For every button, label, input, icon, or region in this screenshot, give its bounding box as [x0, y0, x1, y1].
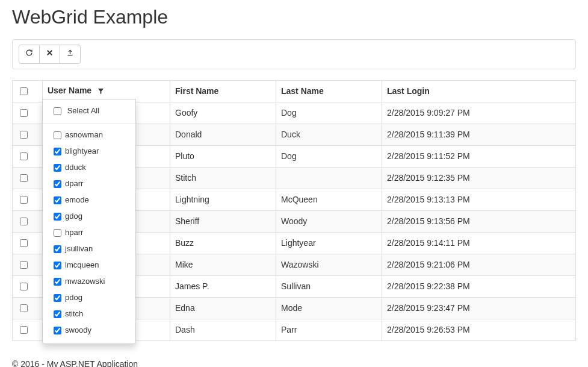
cell-lastname: [276, 167, 382, 189]
cell-lastname: Wazowski: [276, 254, 382, 275]
cell-lastname: Lightyear: [276, 232, 382, 254]
cell-lastname: Mode: [276, 297, 382, 319]
filter-option-label: lmcqueen: [65, 260, 99, 269]
cell-lastlogin: 2/28/2015 9:14:11 PM: [382, 232, 576, 254]
cell-firstname: Buzz: [170, 232, 276, 254]
row-checkbox[interactable]: [20, 196, 28, 204]
cell-firstname: Dash: [170, 319, 276, 340]
filter-option[interactable]: asnowman: [51, 130, 127, 141]
cell-firstname: Pluto: [170, 145, 276, 167]
filter-option-label: asnowman: [65, 130, 103, 139]
username-filter-dropdown: Select All asnowmanblightyeardduckdparre…: [42, 99, 136, 344]
clear-filters-button[interactable]: [39, 45, 60, 64]
row-checkbox[interactable]: [20, 218, 28, 225]
filter-option-label: jsullivan: [65, 243, 93, 253]
row-checkbox[interactable]: [20, 239, 28, 247]
select-all-rows-checkbox[interactable]: [20, 87, 28, 95]
cell-lastlogin: 2/28/2015 9:12:35 PM: [382, 167, 576, 189]
header-username[interactable]: User Name Select All asnowmanblightyeard…: [43, 80, 170, 102]
cell-lastlogin: 2/28/2015 9:11:52 PM: [382, 145, 576, 167]
filter-option[interactable]: stitch: [51, 309, 127, 320]
filter-option[interactable]: pdog: [51, 292, 127, 304]
filter-option-checkbox[interactable]: [54, 164, 61, 172]
filter-option-checkbox[interactable]: [54, 294, 61, 302]
header-lastname-label: Last Name: [281, 86, 324, 96]
filter-option-label: stitch: [65, 309, 83, 318]
row-checkbox[interactable]: [20, 283, 28, 290]
cell-lastlogin: 2/28/2015 9:13:56 PM: [382, 210, 576, 232]
cell-lastlogin: 2/28/2015 9:13:13 PM: [382, 189, 576, 210]
filter-option[interactable]: dparr: [51, 178, 127, 190]
filter-option-checkbox[interactable]: [54, 180, 61, 188]
row-checkbox[interactable]: [20, 326, 28, 334]
filter-option[interactable]: mwazowski: [51, 276, 127, 287]
close-icon: [46, 48, 54, 60]
cell-lastlogin: 2/28/2015 9:11:39 PM: [382, 124, 576, 145]
filter-option[interactable]: gdog: [51, 211, 127, 222]
refresh-icon: [25, 48, 33, 60]
header-lastlogin[interactable]: Last Login: [382, 80, 576, 102]
cell-firstname: Stitch: [170, 167, 276, 189]
filter-option-checkbox[interactable]: [54, 196, 61, 204]
filter-option[interactable]: blightyear: [51, 146, 127, 157]
cell-lastname: Sullivan: [276, 275, 382, 297]
row-checkbox[interactable]: [20, 261, 28, 269]
cell-lastname: Dog: [276, 145, 382, 167]
cell-lastlogin: 2/28/2015 9:22:38 PM: [382, 275, 576, 297]
filter-select-all-label: Select All: [67, 105, 99, 114]
cell-firstname: Mike: [170, 254, 276, 275]
filter-option[interactable]: emode: [51, 195, 127, 206]
cell-firstname: Edna: [170, 297, 276, 319]
filter-option-label: emode: [65, 195, 89, 204]
cell-lastname: Woody: [276, 210, 382, 232]
filter-option[interactable]: swoody: [51, 325, 127, 336]
export-icon: [66, 48, 74, 60]
cell-lastname: Parr: [276, 319, 382, 340]
filter-option-checkbox[interactable]: [54, 229, 61, 237]
filter-option-checkbox[interactable]: [54, 131, 61, 139]
header-username-label: User Name: [48, 86, 91, 95]
filter-option[interactable]: jsullivan: [51, 243, 127, 255]
row-checkbox[interactable]: [20, 131, 28, 139]
filter-option[interactable]: lmcqueen: [51, 260, 127, 271]
refresh-button[interactable]: [19, 45, 40, 64]
data-grid: User Name Select All asnowmanblightyeard…: [12, 80, 576, 341]
filter-select-all[interactable]: Select All: [51, 105, 127, 117]
filter-option-checkbox[interactable]: [54, 262, 61, 269]
filter-option-label: hparr: [65, 227, 83, 236]
filter-icon[interactable]: [97, 87, 104, 96]
filter-option-label: dparr: [65, 178, 83, 187]
cell-firstname: Goofy: [170, 102, 276, 124]
filter-option[interactable]: hparr: [51, 227, 127, 239]
filter-option-checkbox[interactable]: [54, 148, 61, 155]
row-checkbox[interactable]: [20, 152, 28, 160]
filter-option-label: gdog: [65, 211, 82, 220]
cell-lastname: McQueen: [276, 189, 382, 210]
filter-option-checkbox[interactable]: [54, 213, 61, 221]
cell-lastlogin: 2/28/2015 9:26:53 PM: [382, 319, 576, 340]
cell-firstname: Lightning: [170, 189, 276, 210]
row-checkbox[interactable]: [20, 109, 28, 117]
cell-lastlogin: 2/28/2015 9:21:06 PM: [382, 254, 576, 275]
header-firstname[interactable]: First Name: [170, 80, 276, 102]
cell-lastlogin: 2/28/2015 9:23:47 PM: [382, 297, 576, 319]
export-button[interactable]: [60, 45, 81, 64]
row-checkbox[interactable]: [20, 174, 28, 182]
filter-option-checkbox[interactable]: [54, 245, 61, 253]
filter-option-checkbox[interactable]: [54, 310, 61, 318]
footer-text: © 2016 - My ASP.NET Application: [12, 359, 576, 368]
filter-option-label: mwazowski: [65, 276, 105, 285]
filter-option-label: blightyear: [65, 146, 99, 155]
header-lastname[interactable]: Last Name: [276, 80, 382, 102]
cell-lastname: Dog: [276, 102, 382, 124]
cell-firstname: Donald: [170, 124, 276, 145]
filter-option-checkbox[interactable]: [54, 327, 61, 334]
filter-select-all-checkbox[interactable]: [54, 107, 61, 115]
header-lastlogin-label: Last Login: [387, 86, 430, 96]
cell-lastlogin: 2/28/2015 9:09:27 PM: [382, 102, 576, 124]
row-checkbox[interactable]: [20, 304, 28, 312]
filter-option-label: pdog: [65, 292, 82, 301]
header-firstname-label: First Name: [175, 86, 218, 96]
filter-option[interactable]: dduck: [51, 162, 127, 174]
filter-option-checkbox[interactable]: [54, 278, 61, 286]
